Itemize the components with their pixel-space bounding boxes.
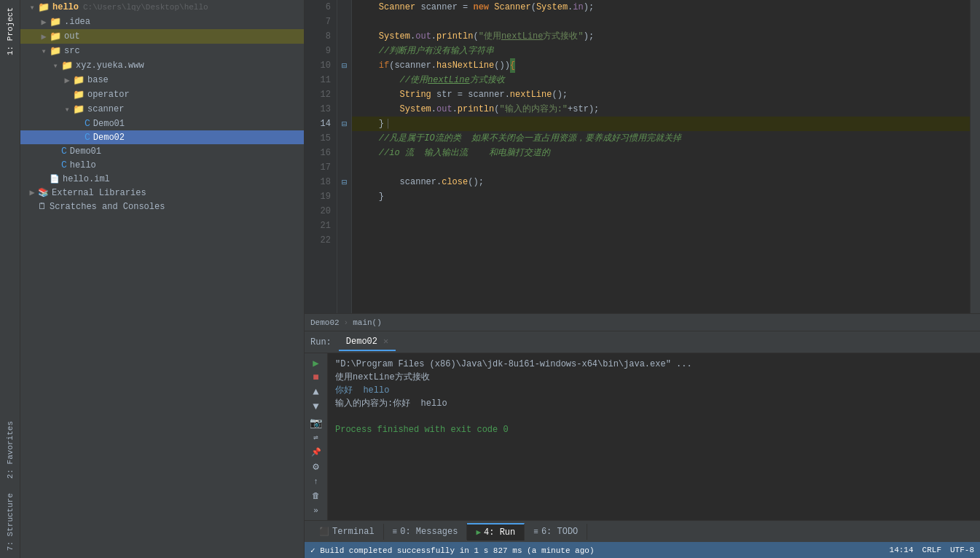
left-tab-structure[interactable]: 7: Structure: [0, 486, 20, 558]
code-line-8: System.out.println("使用nextLine方式接收");: [352, 29, 970, 44]
run-output-line-5: [335, 410, 973, 423]
ln-19: 19: [310, 189, 331, 204]
run-tab-demo02[interactable]: Demo02 ✕: [339, 333, 396, 351]
tree-item-demo01-scanner[interactable]: ▶ C Demo01: [20, 117, 304, 130]
tree-label-idea: .idea: [64, 17, 90, 27]
tree-label-out: out: [64, 31, 80, 42]
tree-item-out[interactable]: ▶ 📁 out: [20, 29, 304, 44]
run-scroll-up-btn[interactable]: ▲: [308, 385, 324, 398]
cursor-position: 14:14: [890, 546, 914, 554]
status-right: 14:14 CRLF UTF-8: [890, 546, 974, 554]
tree-label-hello-iml: hello.iml: [63, 174, 110, 184]
code-line-19: }: [352, 189, 970, 204]
tree-label-hello: hello: [52, 2, 79, 12]
bottom-tab-todo[interactable]: ≡ 6: TODO: [525, 524, 587, 540]
code-line-10: if(scanner.hasNextLine()){: [352, 58, 970, 73]
folder-icon-out: 📁: [50, 31, 61, 42]
tree-item-demo01[interactable]: ▶ C Demo01: [20, 144, 304, 158]
run-scroll-down-btn[interactable]: ▼: [308, 400, 324, 413]
gutter-19: [337, 189, 351, 204]
arrow-hello-iml: ▶: [38, 173, 50, 184]
left-tab-project[interactable]: 1: Project: [0, 0, 20, 63]
tree-item-ext-libs[interactable]: ▶ 📚 External Libraries: [20, 186, 304, 200]
tree-item-hello-iml[interactable]: ▶ 📄 hello.iml: [20, 172, 304, 186]
tree-label-operator: operator: [87, 90, 130, 100]
run-tab-close[interactable]: ✕: [383, 336, 388, 347]
java-icon-demo01: C: [61, 146, 67, 157]
tree-item-xyz[interactable]: ▾ 📁 xyz.yueka.www: [20, 58, 304, 73]
bottom-tab-run[interactable]: ▶ 4: Run: [467, 523, 525, 541]
arrow-demo02-s: ▶: [73, 132, 85, 143]
run-tab-demo02-label: Demo02: [346, 337, 377, 347]
run-close-btn[interactable]: 🗑: [308, 490, 324, 503]
ln-13: 13: [310, 102, 331, 117]
gutter-11: [337, 73, 351, 87]
tree-label-demo01: Demo01: [70, 146, 101, 157]
left-tab-group: 1: Project: [0, 0, 20, 63]
tree-label-src: src: [64, 46, 80, 56]
run-export-btn[interactable]: ↑: [308, 475, 324, 488]
run-output[interactable]: "D:\Program Files (x86)\Java\jdk-8u161-w…: [328, 353, 980, 520]
code-line-21: [352, 219, 970, 233]
run-label: Run:: [310, 337, 332, 347]
run-stop-btn[interactable]: ■: [308, 371, 324, 384]
tree-label-xyz: xyz.yueka.www: [76, 60, 144, 71]
run-camera-btn[interactable]: 📷: [308, 416, 324, 429]
gutter-16: [337, 146, 351, 160]
java-icon-demo02-s: C: [85, 132, 90, 143]
ln-11: 11: [310, 73, 331, 87]
code-line-7: [352, 15, 970, 29]
run-wrap-btn[interactable]: ⇌: [308, 431, 324, 444]
arrow-idea: ▶: [38, 17, 50, 28]
run-body: ▶ ■ ▲ ▼ 📷 ⇌ 📌 ⚙ ↑ 🗑 » "D:\Program Files …: [305, 353, 980, 520]
tree-item-hello-cls[interactable]: ▶ C hello: [20, 158, 304, 172]
gutter-7: [337, 15, 351, 29]
run-output-line-4: 输入的内容为:你好 hello: [335, 397, 973, 410]
line-numbers: 6 7 8 9 10 11 12 13 14 15 16 17 18 19 20…: [305, 0, 337, 313]
arrow-src: ▾: [38, 46, 50, 57]
ln-14: 14: [310, 117, 331, 131]
tree-item-demo02-scanner[interactable]: ▶ C Demo02: [20, 130, 304, 144]
java-icon-hello-cls: C: [61, 160, 67, 170]
gutter-6: [337, 0, 351, 15]
breadcrumb-main: main(): [353, 318, 382, 327]
run-pin-btn[interactable]: 📌: [308, 446, 324, 459]
code-line-13: System.out.println("输入的内容为:"+str);: [352, 102, 970, 117]
code-lines[interactable]: Scanner scanner = new Scanner(System.in)…: [352, 0, 970, 313]
run-more-btn[interactable]: »: [308, 504, 324, 517]
gutter-9: [337, 44, 351, 58]
ln-12: 12: [310, 87, 331, 102]
left-tab-structure-label: 7: Structure: [4, 490, 16, 554]
tree-item-operator[interactable]: ▶ 📁 operator: [20, 87, 304, 102]
tree-label-base: base: [87, 75, 109, 85]
todo-icon: ≡: [533, 527, 538, 536]
tree-item-scratches[interactable]: ▶ 🗒 Scratches and Consoles: [20, 200, 304, 213]
left-tab-favorites[interactable]: 2: Favorites: [0, 414, 20, 486]
run-play-btn[interactable]: ▶: [308, 356, 324, 369]
tree-item-src[interactable]: ▾ 📁 src: [20, 44, 304, 58]
tree-label-demo02-s: Demo02: [93, 133, 125, 143]
tree-item-idea[interactable]: ▶ 📁 .idea: [20, 15, 304, 29]
build-status: ✓ Build completed successfully in 1 s 82…: [310, 546, 595, 555]
java-icon-demo01-s: C: [85, 118, 90, 129]
gutter-13: [337, 102, 351, 117]
ln-8: 8: [310, 29, 331, 44]
tree-item-base[interactable]: ▶ 📁 base: [20, 73, 304, 87]
tree-item-hello[interactable]: ▾ 📁 hello C:\Users\lqy\Desktop\hello: [20, 0, 304, 15]
run-output-line-6: Process finished with exit code 0: [335, 423, 973, 436]
sidebar: ▾ 📁 hello C:\Users\lqy\Desktop\hello ▶ 📁…: [20, 0, 305, 558]
code-line-20: [352, 204, 970, 219]
bottom-tab-run-label: 4: Run: [484, 527, 515, 538]
run-output-line-3: 你好 hello: [335, 384, 973, 397]
run-toolbar: ▶ ■ ▲ ▼ 📷 ⇌ 📌 ⚙ ↑ 🗑 »: [305, 353, 328, 520]
tree-label-hello-cls: hello: [70, 160, 96, 170]
gutter-20: [337, 204, 351, 219]
run-settings-btn[interactable]: ⚙: [308, 460, 324, 473]
gutter-17: [337, 160, 351, 175]
tree-item-scanner[interactable]: ▾ 📁 scanner: [20, 102, 304, 117]
run-output-line-2: 使用nextLine方式接收: [335, 371, 973, 384]
ln-17: 17: [310, 160, 331, 175]
bottom-tab-terminal[interactable]: ⬛ Terminal: [310, 524, 384, 540]
bottom-tab-messages[interactable]: ≡ 0: Messages: [384, 524, 468, 540]
breadcrumb-demo02: Demo02: [310, 318, 340, 327]
